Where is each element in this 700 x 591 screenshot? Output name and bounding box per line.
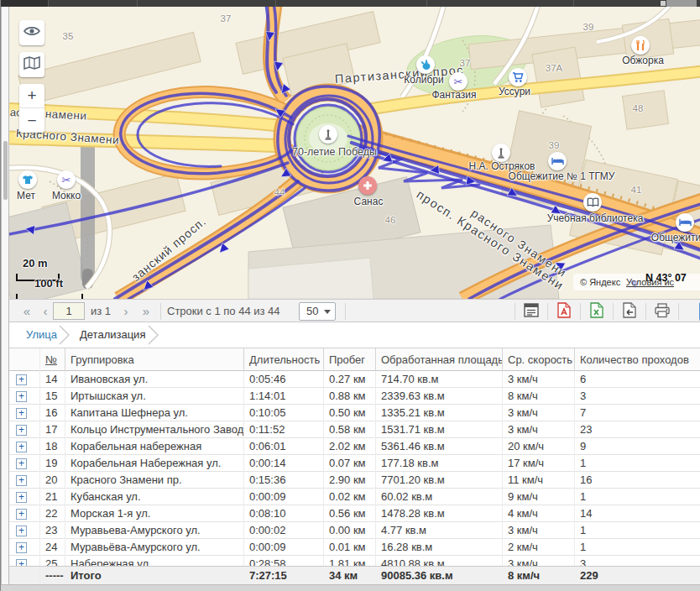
window-top-strip [1, 0, 700, 7]
cell-distance: 0.01 км [324, 539, 376, 556]
cell-duration: 0:08:10 [244, 505, 324, 522]
table-row[interactable]: +24Муравьёва-Амурского ул.0:00:090.01 км… [9, 539, 700, 556]
total-num: ----- [40, 567, 65, 585]
expand-row-button[interactable]: + [16, 425, 27, 436]
teapot-icon[interactable] [416, 55, 435, 74]
expand-row-button[interactable]: + [16, 374, 27, 385]
cell-area: 1531.71 кв.м [376, 421, 503, 438]
tshirt-icon[interactable] [18, 170, 37, 189]
header-speed[interactable]: Ср. скорость [503, 348, 575, 372]
cell-distance: 0.02 км [324, 489, 376, 505]
cell-area: 2339.63 кв.м [376, 388, 503, 405]
cell-group: Муравьёва-Амурского ул. [65, 539, 244, 556]
table-row[interactable]: +17Кольцо Инструментального Завода0:11:5… [9, 421, 700, 438]
expand-row-button[interactable]: + [16, 408, 27, 419]
zoom-out-button[interactable]: − [19, 108, 44, 133]
panorama-button[interactable] [19, 52, 44, 77]
book-icon[interactable] [583, 193, 602, 212]
cell-distance: 0.00 км [324, 522, 376, 539]
zoom-in-button[interactable]: + [19, 84, 44, 108]
cell-num: 22 [40, 505, 65, 522]
export-file-button[interactable] [619, 303, 640, 320]
poi-label: Учебная библиотека [547, 212, 644, 224]
medical-cross-icon[interactable] [358, 176, 377, 195]
scrollbar-thumb[interactable] [3, 141, 8, 200]
expand-row-button[interactable]: + [16, 442, 27, 452]
cell-num: 15 [40, 388, 65, 405]
breadcrumb-chevron-icon [147, 324, 160, 349]
cell-num: 18 [40, 438, 65, 455]
excel-export-button[interactable] [587, 303, 607, 320]
table-row[interactable]: +19Корабельная Набережная ул.0:00:140.07… [9, 455, 700, 472]
bed-icon[interactable] [676, 213, 694, 232]
pdf-export-button[interactable] [554, 303, 574, 320]
cell-passes: 3 [575, 556, 700, 566]
cell-passes: 1 [575, 539, 700, 556]
visibility-button[interactable] [19, 20, 44, 45]
cell-group: Корабельная Набережная ул. [65, 455, 244, 472]
header-group[interactable]: Группировка [65, 348, 244, 372]
report-table: № Группировка Длительность Пробег Обрабо… [9, 348, 700, 584]
table-row[interactable]: +20Красного Знамени пр.0:15:362.90 км770… [9, 472, 700, 489]
table-row[interactable]: +18Корабельная набережная0:06:012.02 км5… [9, 438, 700, 455]
header-duration[interactable]: Длительность [244, 348, 324, 372]
bed-icon[interactable] [548, 152, 567, 170]
cell-group: Муравьева-Амурского ул. [65, 522, 244, 539]
expand-row-button[interactable]: + [16, 559, 27, 567]
cell-speed: 3 км/ч [503, 371, 575, 388]
expand-row-button[interactable]: + [16, 509, 27, 520]
poi-label: Колибри [404, 74, 443, 86]
expand-row-button[interactable]: + [16, 475, 27, 486]
tab-street[interactable]: Улица [26, 328, 57, 341]
monument-icon[interactable] [319, 125, 337, 144]
cell-distance: 0.50 км [324, 405, 376, 421]
cell-num: 20 [40, 472, 65, 489]
table-row[interactable]: +21Кубанская ул.0:00:090.02 км60.02 кв.м… [9, 489, 700, 505]
restaurant-icon[interactable] [631, 36, 650, 55]
cell-passes: 1 [575, 489, 700, 505]
cell-num: 17 [40, 421, 65, 438]
cell-passes: 9 [575, 438, 700, 455]
table-row[interactable]: +16Капитана Шефнера ул.0:10:050.50 км133… [9, 405, 700, 421]
expand-row-button[interactable]: + [16, 526, 27, 536]
print-button[interactable] [652, 303, 672, 320]
poi-label: Мокко [52, 190, 81, 201]
left-scrollbar[interactable] [1, 7, 9, 591]
cell-speed: 2 км/ч [503, 539, 575, 556]
cell-passes: 7 [575, 405, 700, 421]
map-panel[interactable]: асо ЗнамениКрасного ЗнамениПартизанский … [9, 7, 700, 299]
cell-duration: 0:00:09 [244, 539, 324, 556]
cell-area: 1335.21 кв.м [376, 405, 503, 421]
expand-row-button[interactable]: + [16, 492, 27, 503]
expand-row-button[interactable]: + [16, 542, 27, 553]
cart-icon[interactable] [509, 68, 527, 86]
cell-area: 5361.46 кв.м [376, 438, 503, 455]
cell-passes: 16 [575, 472, 700, 489]
report-button[interactable] [521, 303, 541, 320]
table-row[interactable]: +23Муравьева-Амурского ул.0:00:020.00 км… [9, 522, 700, 539]
scissors-icon[interactable]: ✂ [449, 72, 468, 91]
header-num[interactable]: № [40, 348, 65, 372]
expand-row-button[interactable]: + [16, 458, 27, 469]
table-row[interactable]: +14Ивановская ул.0:05:460.27 км714.70 кв… [9, 371, 700, 388]
header-passes[interactable]: Количество проходов [575, 348, 700, 372]
street-label: 70-летие Победы [292, 146, 377, 158]
print-icon [654, 303, 671, 321]
monument-icon[interactable] [492, 144, 510, 162]
table-row[interactable]: +15Иртышская ул.1:14:010.88 км2339.63 кв… [9, 388, 700, 405]
cell-area: 60.02 кв.м [376, 489, 503, 505]
cell-passes: 23 [575, 421, 700, 438]
scissors-icon[interactable]: ✂ [57, 170, 76, 189]
header-area[interactable]: Обработанная площадь [376, 348, 503, 372]
tab-detail[interactable]: Детализация [80, 328, 145, 341]
cell-distance: 0.88 км [324, 388, 376, 405]
cell-passes: 14 [575, 505, 700, 522]
expand-row-button[interactable]: + [16, 391, 27, 402]
cell-group: Кольцо Инструментального Завода [65, 421, 244, 438]
table-row[interactable]: +25Набережная ул.0:28:581.81 км4810.88 к… [9, 556, 700, 566]
cell-duration: 0:28:58 [244, 556, 324, 566]
header-distance[interactable]: Пробег [324, 348, 376, 372]
table-row[interactable]: +22Морская 1-я ул.0:08:100.56 км1478.28 … [9, 505, 700, 522]
house-number: 35 [63, 31, 74, 41]
cell-duration: 0:00:09 [244, 489, 324, 505]
